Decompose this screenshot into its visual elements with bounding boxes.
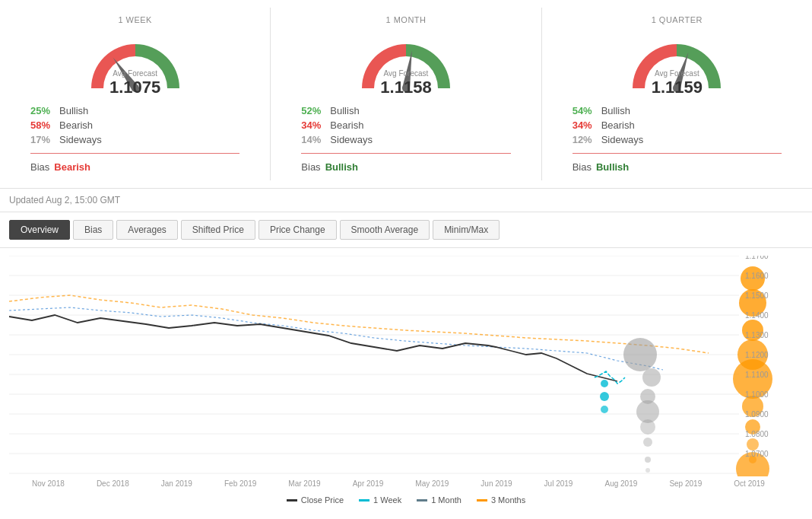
bias-row-week: Bias Bearish bbox=[30, 161, 239, 173]
tab-averages[interactable]: Averages bbox=[116, 220, 177, 240]
x-axis-label: Jul 2019 bbox=[544, 479, 573, 488]
bearish-pct-week: 58% bbox=[30, 119, 53, 131]
tab-minim-max[interactable]: Minim/Max bbox=[433, 220, 500, 240]
bias-label-quarter: Bias bbox=[573, 161, 592, 173]
bullish-label-quarter: Bullish bbox=[601, 105, 630, 116]
svg-point-19 bbox=[642, 368, 661, 387]
x-axis-label: Sep 2019 bbox=[669, 479, 702, 488]
svg-text:1.0900: 1.0900 bbox=[745, 410, 769, 419]
tab-smooth-average[interactable]: Smooth Average bbox=[340, 220, 430, 240]
panel-title-month: 1 MONTH bbox=[385, 15, 426, 24]
divider-month bbox=[301, 153, 510, 154]
gauge-label-quarter: Avg Forecast 1.1159 bbox=[616, 69, 737, 97]
legend-label: 1 Week bbox=[373, 495, 401, 505]
legend-color bbox=[477, 499, 487, 501]
tab-overview[interactable]: Overview bbox=[9, 220, 70, 240]
panel-title-quarter: 1 QUARTER bbox=[652, 15, 703, 24]
bearish-stat-week: 58% Bearish bbox=[30, 119, 239, 131]
svg-text:1.1400: 1.1400 bbox=[745, 311, 769, 320]
x-axis-label: Mar 2019 bbox=[288, 479, 320, 488]
x-axis-label: Feb 2019 bbox=[224, 479, 256, 488]
bullish-pct-week: 25% bbox=[30, 105, 53, 116]
avg-value-month: 1.1158 bbox=[380, 78, 431, 97]
gauge-quarter: Avg Forecast 1.1159 bbox=[616, 29, 737, 97]
bias-label-month: Bias bbox=[301, 161, 320, 173]
svg-point-18 bbox=[623, 338, 657, 371]
chart-section: 1.1700 1.1600 1.1500 1.1400 1.1300 1.120… bbox=[0, 248, 812, 513]
chart-legend: Close Price 1 Week 1 Month 3 Months bbox=[9, 491, 803, 509]
bias-row-quarter: Bias Bullish bbox=[573, 161, 782, 173]
tab-price-change[interactable]: Price Change bbox=[259, 220, 337, 240]
top-section: 1 WEEK Avg Forecast 1.1075 25% Bullish bbox=[0, 0, 812, 189]
legend-1-month: 1 Month bbox=[417, 495, 462, 505]
sideways-pct-quarter: 12% bbox=[573, 134, 595, 145]
divider-week bbox=[30, 153, 239, 154]
gauge-label-month: Avg Forecast 1.1158 bbox=[345, 69, 467, 97]
x-axis-label: Jun 2019 bbox=[481, 479, 512, 488]
legend-label: 1 Month bbox=[431, 495, 462, 505]
svg-point-24 bbox=[645, 457, 651, 463]
stats-quarter: 54% Bullish 34% Bearish 12% Sideways Bia… bbox=[557, 105, 797, 173]
x-axis-label: Jan 2019 bbox=[161, 479, 192, 488]
bias-label-week: Bias bbox=[30, 161, 49, 173]
forecast-panel-week: 1 WEEK Avg Forecast 1.1075 25% Bullish bbox=[0, 8, 271, 180]
x-axis-label: Oct 2019 bbox=[734, 479, 765, 488]
bias-value-quarter: Bullish bbox=[596, 161, 629, 173]
svg-point-27 bbox=[600, 392, 609, 401]
svg-text:1.1100: 1.1100 bbox=[745, 371, 769, 379]
legend-color bbox=[359, 499, 370, 501]
sideways-label-week: Sideways bbox=[59, 134, 102, 145]
svg-text:1.1700: 1.1700 bbox=[745, 256, 769, 260]
sideways-stat-quarter: 12% Sideways bbox=[573, 134, 782, 145]
bullish-pct-quarter: 54% bbox=[573, 105, 595, 116]
avg-value-quarter: 1.1159 bbox=[652, 78, 703, 97]
forecast-panel-month: 1 MONTH Avg Forecast 1.1158 52% Bullish bbox=[271, 8, 541, 180]
bearish-pct-month: 34% bbox=[301, 119, 324, 131]
sideways-stat-month: 14% Sideways bbox=[301, 134, 510, 145]
sideways-pct-month: 14% bbox=[301, 134, 324, 145]
avg-text-quarter: Avg Forecast bbox=[616, 69, 737, 78]
bearish-label-month: Bearish bbox=[330, 119, 363, 131]
svg-point-26 bbox=[601, 380, 608, 387]
bearish-label-week: Bearish bbox=[59, 119, 93, 131]
bullish-label-month: Bullish bbox=[330, 105, 359, 116]
svg-text:1.1500: 1.1500 bbox=[745, 291, 769, 300]
bias-value-month: Bullish bbox=[325, 161, 358, 173]
panel-title-week: 1 WEEK bbox=[118, 15, 152, 24]
sideways-pct-week: 17% bbox=[30, 134, 53, 145]
gauge-week: Avg Forecast 1.1075 bbox=[75, 29, 196, 97]
svg-text:1.1300: 1.1300 bbox=[745, 331, 769, 339]
x-axis-label: Apr 2019 bbox=[353, 479, 384, 488]
tab-bias[interactable]: Bias bbox=[73, 220, 113, 240]
bullish-stat-month: 52% Bullish bbox=[301, 105, 510, 116]
svg-text:1.0800: 1.0800 bbox=[745, 430, 769, 438]
sideways-stat-week: 17% Sideways bbox=[30, 134, 239, 145]
bullish-stat-week: 25% Bullish bbox=[30, 105, 239, 116]
svg-text:1.1600: 1.1600 bbox=[745, 272, 769, 280]
chart-svg: 1.1700 1.1600 1.1500 1.1400 1.1300 1.120… bbox=[9, 256, 777, 476]
tab-shifted-price[interactable]: Shifted Price bbox=[181, 220, 255, 240]
legend-label: Close Price bbox=[301, 495, 344, 505]
x-axis-label: Dec 2018 bbox=[97, 479, 129, 488]
x-axis-label: Aug 2019 bbox=[604, 479, 637, 488]
legend-color bbox=[417, 499, 427, 501]
divider-quarter bbox=[573, 153, 782, 154]
updated-text: Updated Aug 2, 15:00 GMT bbox=[0, 189, 812, 212]
gauge-label-week: Avg Forecast 1.1075 bbox=[75, 69, 196, 97]
svg-text:1.1000: 1.1000 bbox=[745, 390, 769, 399]
stats-month: 52% Bullish 34% Bearish 14% Sideways Bia… bbox=[286, 105, 525, 173]
gauge-month: Avg Forecast 1.1158 bbox=[345, 29, 467, 97]
stats-week: 25% Bullish 58% Bearish 17% Sideways Bia… bbox=[15, 105, 255, 173]
bullish-label-week: Bullish bbox=[59, 105, 88, 116]
avg-value-week: 1.1075 bbox=[109, 78, 160, 97]
sideways-label-quarter: Sideways bbox=[601, 134, 644, 145]
legend-close-price: Close Price bbox=[287, 495, 344, 505]
bullish-pct-month: 52% bbox=[301, 105, 324, 116]
bearish-label-quarter: Bearish bbox=[601, 119, 635, 131]
forecast-panel-quarter: 1 QUARTER Avg Forecast 1.1159 54% Bullis… bbox=[542, 8, 812, 180]
bearish-pct-quarter: 34% bbox=[573, 119, 595, 131]
svg-point-28 bbox=[601, 406, 608, 413]
bullish-stat-quarter: 54% Bullish bbox=[573, 105, 782, 116]
avg-text-month: Avg Forecast bbox=[345, 69, 467, 78]
legend-3-months: 3 Months bbox=[477, 495, 525, 505]
